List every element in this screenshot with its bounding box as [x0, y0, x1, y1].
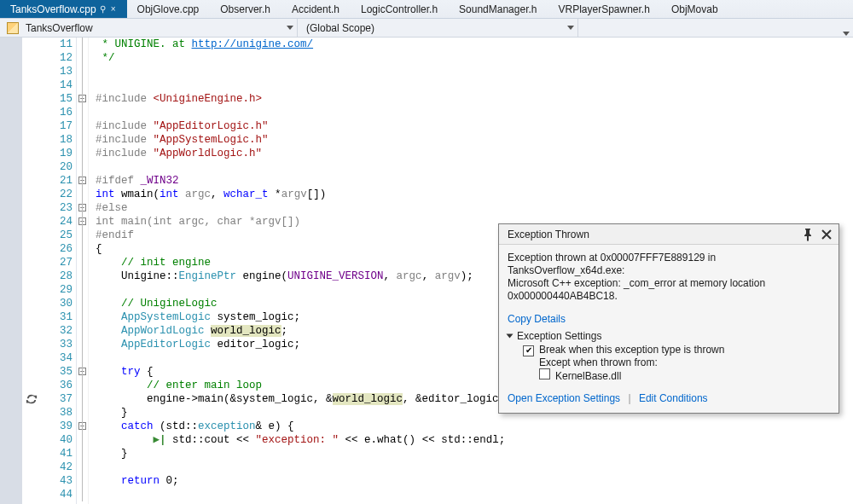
code-line [96, 106, 853, 119]
line-number: 35 [43, 365, 73, 379]
editor-tab[interactable]: Accident.h [281, 0, 351, 18]
code-line [96, 78, 853, 92]
open-exception-settings-link[interactable]: Open Exception Settings [508, 392, 620, 404]
code-line [96, 65, 853, 78]
line-number: 17 [43, 119, 73, 133]
code-line: #include "AppSystemLogic.h" [96, 133, 853, 147]
code-line: } [96, 447, 853, 461]
line-number: 27 [43, 256, 73, 269]
tab-label: ObjMovab [671, 3, 718, 15]
tab-label: ObjGlove.cpp [137, 3, 200, 15]
line-number: 37 [43, 392, 73, 406]
editor-tab[interactable]: ObjGlove.cpp [127, 0, 211, 18]
line-number: 16 [43, 106, 73, 119]
line-number: 39 [43, 420, 73, 433]
tab-label: Observer.h [220, 3, 270, 15]
tab-label: TanksOverflow.cpp [10, 3, 96, 15]
code-line: * UNIGINE. at http://unigine.com/ [96, 38, 853, 51]
line-number: 13 [43, 65, 73, 78]
code-line: #include "AppWorldLogic.h" [96, 147, 853, 160]
checkbox-checked-icon[interactable]: ✔ [523, 345, 534, 356]
editor-tabs: TanksOverflow.cpp⚲×ObjGlove.cppObserver.… [0, 0, 853, 19]
line-number: 42 [43, 461, 73, 474]
glyph-margin [22, 38, 43, 504]
checkbox-unchecked-icon[interactable] [539, 368, 550, 379]
scope-combo[interactable]: (Global Scope) [298, 20, 577, 36]
editor-tab[interactable]: SoundManager.h [449, 0, 548, 18]
line-number: 40 [43, 433, 73, 447]
line-number: 41 [43, 447, 73, 461]
line-number: 30 [43, 297, 73, 310]
line-number: 22 [43, 188, 73, 201]
line-number: 14 [43, 78, 73, 92]
code-line: #ifdef _WIN32 [96, 174, 853, 188]
line-number: 20 [43, 160, 73, 174]
pin-icon[interactable]: ⚲ [100, 4, 106, 14]
line-number-gutter[interactable]: 1112131415161718192021222324252627282930… [43, 38, 77, 504]
pin-icon[interactable] [801, 228, 815, 241]
scope-combo-text: (Global Scope) [306, 22, 374, 34]
popup-titlebar[interactable]: Exception Thrown [499, 224, 838, 245]
line-number: 11 [43, 38, 73, 51]
code-line [96, 488, 853, 501]
editor-area: 1112131415161718192021222324252627282930… [0, 38, 853, 504]
close-icon[interactable] [820, 228, 833, 241]
file-combo-text: TanksOverflow [26, 22, 93, 34]
break-on-throw-row[interactable]: ✔Break when this exception type is throw… [523, 344, 830, 356]
line-number: 28 [43, 269, 73, 283]
line-number: 23 [43, 201, 73, 215]
doc-icon [7, 22, 19, 34]
close-icon[interactable]: × [111, 4, 116, 14]
tab-label: Accident.h [292, 3, 339, 15]
editor-tab[interactable]: ObjMovab [661, 0, 853, 18]
code-line [96, 160, 853, 174]
tab-label: SoundManager.h [459, 3, 537, 15]
line-number: 25 [43, 229, 73, 242]
edit-conditions-link[interactable]: Edit Conditions [639, 392, 708, 404]
code-line: */ [96, 51, 853, 65]
editor-tab[interactable]: TanksOverflow.cpp⚲× [0, 0, 127, 18]
member-combo[interactable] [578, 26, 853, 30]
editor-tab[interactable]: VRPlayerSpawner.h [548, 0, 660, 18]
exception-settings-header[interactable]: Exception Settings [508, 330, 830, 342]
code-line: int wmain(int argc, wchar_t *argv[]) [96, 188, 853, 201]
chevron-down-icon [843, 32, 850, 36]
code-line: ▶| std::cout << "exception: " << e.what(… [96, 433, 853, 447]
line-number: 38 [43, 406, 73, 420]
code-line: catch (std::exception& e) { [96, 420, 853, 433]
line-number: 29 [43, 283, 73, 297]
line-number: 15 [43, 92, 73, 106]
chevron-down-icon [287, 26, 293, 30]
expander-icon [507, 334, 514, 339]
line-number: 31 [43, 310, 73, 324]
exception-popup: Exception Thrown Exception thrown at 0x0… [498, 223, 839, 414]
line-number: 43 [43, 474, 73, 488]
line-number: 19 [43, 147, 73, 160]
copy-details-link[interactable]: Copy Details [508, 313, 566, 325]
editor-tab[interactable]: Observer.h [210, 0, 281, 18]
line-number: 36 [43, 379, 73, 392]
code-line: return 0; [96, 474, 853, 488]
code-line: #else [96, 201, 853, 215]
left-margin-stripe [0, 38, 22, 504]
sync-icon [26, 393, 38, 405]
except-from-row[interactable]: KernelBase.dll [523, 368, 830, 382]
file-combo[interactable]: TanksOverflow [22, 20, 297, 36]
tab-label: VRPlayerSpawner.h [558, 3, 649, 15]
line-number: 33 [43, 338, 73, 351]
popup-message: Exception thrown at 0x00007FFF7E889129 i… [499, 245, 838, 310]
line-number: 34 [43, 351, 73, 365]
tab-label: LogicController.h [361, 3, 438, 15]
code-line [96, 461, 853, 474]
line-number: 44 [43, 488, 73, 501]
line-number: 18 [43, 133, 73, 147]
except-from-label: Except when thrown from: [523, 356, 830, 368]
chevron-down-icon [567, 26, 574, 30]
editor-tab[interactable]: LogicController.h [351, 0, 449, 18]
line-number: 32 [43, 324, 73, 338]
line-number: 26 [43, 242, 73, 256]
outline-margin[interactable]: −−−−−− [77, 38, 89, 504]
line-number: 12 [43, 51, 73, 65]
line-number: 24 [43, 215, 73, 229]
nav-bar: TanksOverflow (Global Scope) [0, 19, 853, 38]
